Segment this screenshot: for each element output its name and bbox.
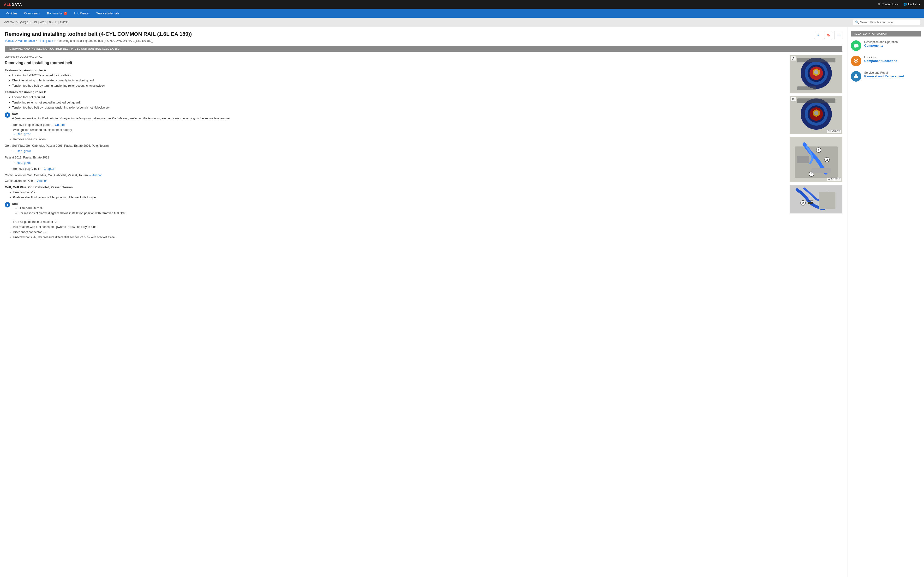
- vehicle-info: VW Golf VI (5K) 1.6 TDI | 2013 | 90 Hp |…: [4, 20, 68, 24]
- note-box-2: i Note Disregard -item 3-. For reasons o…: [5, 202, 785, 218]
- contact-us-label: Contact Us: [882, 3, 896, 6]
- main-content: Removing and installing toothed belt (4-…: [0, 27, 847, 577]
- search-box[interactable]: 🔍: [853, 19, 920, 25]
- article-text: Licensed by VOLKSWAGEN AG Removing and i…: [5, 55, 785, 242]
- print-button[interactable]: 🖨: [814, 31, 822, 39]
- image-4-svg: 2 3 ↑: [790, 185, 842, 213]
- breadcrumb-vehicle[interactable]: Vehicle: [5, 39, 14, 42]
- svg-text:2: 2: [802, 201, 804, 204]
- contact-us-button[interactable]: ✉ Contact Us ▾: [878, 3, 898, 6]
- list-item: With ignition switched off, disconnect b…: [10, 128, 785, 136]
- svg-text:3: 3: [811, 172, 812, 176]
- note2-icon: i: [5, 202, 10, 208]
- language-selector[interactable]: 🌐 English ▾: [903, 3, 920, 6]
- nav-info-center[interactable]: Info Center: [71, 9, 93, 18]
- svg-rect-16: [797, 98, 836, 103]
- svg-rect-35: [808, 203, 813, 204]
- sidebar-link-components[interactable]: Components: [864, 44, 883, 47]
- features-b-list: Locking tool not required. Tensioning ro…: [5, 95, 785, 110]
- section-header: REMOVING AND INSTALLING TOOTHED BELT (4-…: [5, 46, 842, 52]
- nav-vehicles[interactable]: Vehicles: [2, 9, 21, 18]
- poly-vbelt-list: Remove poly V-belt → Chapter: [5, 167, 785, 171]
- nav-bookmarks[interactable]: Bookmarks 6: [44, 9, 71, 18]
- sidebar-header: RELATED INFORMATION: [851, 31, 921, 37]
- bookmark-icon: 🔖: [826, 33, 830, 37]
- image-block-3: A92-10118 1 2 3: [790, 137, 842, 182]
- article-body: Licensed by VOLKSWAGEN AG Removing and i…: [5, 55, 842, 242]
- locations-icon: [851, 56, 861, 66]
- nav-component[interactable]: Component: [21, 9, 43, 18]
- licensed-text: Licensed by VOLKSWAGEN AG: [5, 55, 785, 59]
- svg-point-45: [855, 77, 856, 77]
- sidebar-category-locations: Locations: [864, 56, 897, 59]
- image-label-a: A: [791, 56, 795, 61]
- svg-point-40: [857, 47, 858, 48]
- main-nav: Vehicles Component Bookmarks 6 Info Cent…: [0, 9, 924, 18]
- rep-gr66-link[interactable]: → Rep. gr.66: [13, 161, 31, 164]
- breadcrumb-maintenance[interactable]: Maintenance: [18, 39, 35, 42]
- toc-button[interactable]: ☰: [834, 31, 842, 39]
- svg-point-39: [854, 47, 856, 48]
- image-block-a: A: [790, 55, 842, 93]
- sidebar-category-service: Service and Repair: [864, 71, 904, 74]
- sidebar-link-removal[interactable]: Removal and Replacement: [864, 74, 904, 78]
- list-item: Unscrew bolt -1-.: [10, 190, 785, 195]
- note-box: i Note Adjustment work on toothed belts …: [5, 112, 785, 121]
- list-item: Remove poly V-belt → Chapter: [10, 167, 785, 171]
- list-item: Locking tool not required.: [9, 95, 785, 100]
- passat-text: Passat 2011, Passat Estate 2011: [5, 155, 785, 160]
- note2-bullets: Disregard -item 3-. For reasons of clari…: [12, 206, 126, 216]
- sidebar-item-description-text: Description and Operation Components: [864, 40, 898, 47]
- image-ref-3: A92-10118: [827, 178, 841, 181]
- bookmark-button[interactable]: 🔖: [824, 31, 832, 39]
- list-item: Remove noise insulation:: [10, 137, 785, 142]
- image-a-svg: [790, 55, 842, 93]
- anchor-golf-link[interactable]: → Anchor: [88, 174, 102, 177]
- anchor-polo-link[interactable]: → Anchor: [34, 179, 47, 182]
- nav-service-intervals[interactable]: Service Intervals: [93, 9, 123, 18]
- globe-icon: 🌐: [903, 3, 907, 6]
- more-steps-list: Free air guide hose at retainer -2-. Pul…: [5, 220, 785, 240]
- svg-rect-36: [819, 192, 836, 209]
- rep-gr27-link[interactable]: → Rep. gr.27: [13, 132, 31, 136]
- location-icon: [853, 58, 859, 64]
- sidebar-item-locations-text: Locations Component Locations: [864, 56, 897, 63]
- list-item: Remove engine cover panel → Chapter: [10, 123, 785, 127]
- search-input[interactable]: [860, 21, 918, 24]
- vehicle-name: VW Golf VI (5K): [4, 20, 26, 24]
- image-block-4: 2 3 ↑: [790, 185, 842, 213]
- golf-steps-list: Unscrew bolt -1-. Push washer fluid rese…: [5, 190, 785, 200]
- vehicle-bar: VW Golf VI (5K) 1.6 TDI | 2013 | 90 Hp |…: [0, 18, 924, 27]
- chevron-down-icon: ▾: [897, 3, 898, 6]
- features-a-heading: Features tensioning roller A: [5, 68, 785, 72]
- note-content: Note Adjustment work on toothed belts mu…: [12, 112, 230, 121]
- image-b-svg: [790, 96, 842, 134]
- rep-gr50-link[interactable]: → Rep. gr.50: [13, 149, 31, 153]
- content-header-row: Removing and installing toothed belt (4-…: [5, 31, 842, 46]
- note2-content: Note Disregard -item 3-. For reasons of …: [12, 202, 126, 218]
- list-item: → Rep. gr.50: [10, 149, 785, 153]
- list-item: Tensioning roller is not seated in tooth…: [9, 101, 785, 105]
- list-item: Free air guide hose at retainer -2-.: [10, 220, 785, 224]
- breadcrumb-timing-belt[interactable]: Timing Belt: [38, 39, 53, 42]
- svg-text:1: 1: [818, 148, 820, 152]
- alldata-logo: ALLDATA: [4, 2, 22, 6]
- page-title: Removing and installing toothed belt (4-…: [5, 31, 809, 38]
- list-item: → Rep. gr.66: [10, 161, 785, 165]
- article-heading: Removing and installing toothed belt: [5, 61, 785, 65]
- image-label-b: B: [791, 97, 795, 102]
- continuation-polo-text: Continuation for Polo → Anchor: [5, 179, 785, 183]
- svg-rect-44: [855, 74, 857, 75]
- image-ref-b: N15-1071S: [827, 130, 841, 133]
- list-item: Tension toothed belt by rotating tension…: [9, 106, 785, 110]
- svg-rect-8: [797, 87, 816, 90]
- svg-rect-26: [812, 168, 831, 173]
- sidebar-link-locations[interactable]: Component Locations: [864, 59, 897, 63]
- mail-icon: ✉: [878, 3, 880, 6]
- rep50-list: → Rep. gr.50: [5, 149, 785, 153]
- breadcrumb: Vehicle > Maintenance > Timing Belt > Re…: [5, 39, 809, 42]
- poly-chapter-link[interactable]: → Chapter: [40, 167, 54, 171]
- bookmarks-badge: 6: [64, 12, 67, 15]
- chapter-link[interactable]: → Chapter: [51, 123, 66, 127]
- svg-point-46: [857, 77, 858, 77]
